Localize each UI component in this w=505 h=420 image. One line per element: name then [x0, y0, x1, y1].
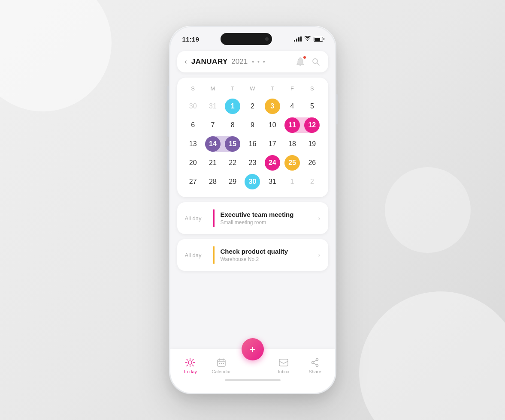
svg-rect-16	[221, 363, 222, 364]
day-header-sun: S	[183, 85, 203, 97]
day-18[interactable]: 18	[282, 135, 302, 153]
day-header-tue: T	[223, 85, 242, 97]
plus-icon: +	[249, 344, 255, 354]
main-content: ‹ JANUARY 2021 • • •	[170, 48, 335, 349]
event-title-0: Executive team meeting	[221, 211, 318, 218]
event-arrow-0[interactable]: ›	[318, 215, 321, 222]
today-icon	[185, 358, 195, 367]
status-bar: 11:19	[170, 27, 335, 48]
event-arrow-1[interactable]: ›	[318, 252, 321, 258]
event-info-1: Check product quality Warehouse No.2	[221, 248, 318, 262]
day-header-wed: W	[242, 85, 262, 97]
day-13[interactable]: 13	[183, 135, 203, 153]
add-event-fab[interactable]: +	[242, 338, 264, 360]
prev-month-button[interactable]: ‹	[185, 58, 187, 66]
day-header-mon: M	[203, 85, 223, 97]
svg-line-7	[187, 359, 188, 360]
inbox-label: Inbox	[278, 369, 290, 374]
status-icons	[294, 36, 323, 42]
bg-decoration-tl	[0, 0, 112, 111]
phone-frame: 11:19	[169, 26, 336, 394]
notch-dot	[265, 37, 269, 41]
day-1[interactable]: 1	[223, 97, 242, 116]
day-28[interactable]: 28	[203, 172, 223, 191]
event-title-1: Check product quality	[221, 248, 318, 255]
bg-decoration-br	[359, 291, 505, 420]
day-4[interactable]: 4	[282, 97, 302, 116]
calendar-card: S M T W T F S 30 31 1 2 3 4 5	[177, 78, 328, 197]
nav-calendar[interactable]: Calendar	[208, 356, 235, 376]
calendar-grid: S M T W T F S 30 31 1 2 3 4 5	[183, 85, 322, 191]
nav-inbox[interactable]: Inbox	[270, 356, 297, 376]
home-indicator	[225, 379, 281, 381]
share-label: Share	[308, 369, 321, 374]
svg-point-2	[188, 361, 192, 364]
event-card-0[interactable]: All day Executive team meeting Small mee…	[177, 202, 328, 234]
nav-today[interactable]: To day	[176, 356, 204, 376]
svg-line-22	[314, 360, 316, 362]
mute-button	[167, 86, 169, 103]
day-31[interactable]: 31	[263, 172, 282, 191]
day-12[interactable]: 12	[302, 116, 322, 135]
day-cell-next2[interactable]: 2	[302, 172, 322, 191]
event-subtitle-1: Warehouse No.2	[221, 256, 318, 262]
day-26[interactable]: 26	[302, 153, 322, 172]
year-label: 2021	[231, 57, 248, 66]
notch	[221, 33, 272, 45]
event-time-1: All day	[185, 252, 207, 258]
nav-share[interactable]: Share	[301, 356, 329, 376]
day-cell[interactable]: 31	[203, 97, 223, 116]
day-24[interactable]: 24	[263, 153, 282, 172]
notification-badge	[303, 56, 306, 59]
calendar-icon	[217, 358, 226, 367]
day-header-fri: F	[282, 85, 302, 97]
svg-line-10	[187, 365, 188, 366]
today-label: To day	[183, 369, 197, 374]
day-25[interactable]: 25	[282, 153, 302, 172]
day-8[interactable]: 8	[223, 116, 242, 135]
svg-point-20	[316, 365, 318, 367]
svg-line-1	[317, 63, 319, 66]
day-30[interactable]: 30	[242, 172, 262, 191]
wifi-icon	[304, 36, 311, 42]
day-21[interactable]: 21	[203, 153, 223, 172]
event-card-1[interactable]: All day Check product quality Warehouse …	[177, 239, 328, 271]
svg-rect-17	[223, 363, 224, 364]
notifications-button[interactable]	[296, 57, 305, 66]
day-16[interactable]: 16	[242, 135, 262, 153]
day-17[interactable]: 17	[263, 135, 282, 153]
status-time: 11:19	[182, 36, 200, 43]
day-23[interactable]: 23	[242, 153, 262, 172]
month-label: JANUARY	[191, 57, 228, 66]
day-7[interactable]: 7	[203, 116, 223, 135]
battery-icon	[314, 37, 323, 42]
signal-icon	[294, 36, 302, 42]
day-29[interactable]: 29	[223, 172, 242, 191]
day-3[interactable]: 3	[263, 97, 282, 116]
day-10[interactable]: 10	[263, 116, 282, 135]
svg-line-8	[192, 365, 194, 366]
day-27[interactable]: 27	[183, 172, 203, 191]
day-5[interactable]: 5	[302, 97, 322, 116]
event-indicator-1	[213, 246, 215, 264]
event-time-0: All day	[185, 215, 207, 222]
bg-decoration-mid	[385, 167, 471, 253]
day-11[interactable]: 11	[282, 116, 302, 135]
day-22[interactable]: 22	[223, 153, 242, 172]
bottom-navigation: +	[170, 349, 335, 393]
calendar-label: Calendar	[212, 369, 231, 374]
day-20[interactable]: 20	[183, 153, 203, 172]
share-icon	[310, 358, 320, 367]
day-cell[interactable]: 30	[183, 97, 203, 116]
more-options-button[interactable]: • • •	[252, 58, 266, 65]
day-14[interactable]: 14	[203, 135, 223, 153]
event-info-0: Executive team meeting Small meeting roo…	[221, 211, 318, 225]
day-2[interactable]: 2	[242, 97, 262, 116]
day-19[interactable]: 19	[302, 135, 322, 153]
day-cell-next1[interactable]: 1	[282, 172, 302, 191]
event-indicator-0	[213, 209, 215, 227]
day-9[interactable]: 9	[242, 116, 262, 135]
day-15[interactable]: 15	[223, 135, 242, 153]
search-button[interactable]	[311, 57, 321, 66]
day-6[interactable]: 6	[183, 116, 203, 135]
